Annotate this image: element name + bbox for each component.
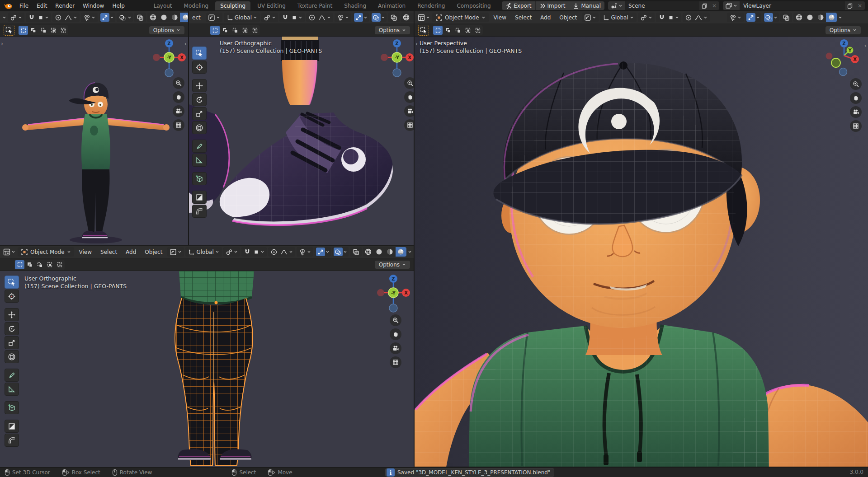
orientation-label[interactable]: Global — [195, 249, 214, 255]
menu-object[interactable]: Object — [141, 249, 166, 255]
snap-magnet-toggle[interactable] — [657, 13, 666, 22]
tab-shading[interactable]: Shading — [339, 1, 371, 10]
shading-solid-button[interactable] — [412, 13, 414, 22]
zoom-button[interactable] — [850, 78, 862, 90]
snap-target-button[interactable] — [9, 13, 23, 22]
perspective-toggle-button[interactable] — [850, 120, 862, 132]
scene-copy-button[interactable] — [699, 1, 709, 10]
nav-gizmo-slot[interactable]: Z Y X — [825, 37, 861, 79]
topbar-menu-window[interactable]: Window — [79, 1, 108, 10]
active-tool-dropdown[interactable] — [207, 13, 221, 22]
tab-sculpting[interactable]: Sculpting — [215, 1, 250, 10]
shading-solid-button[interactable] — [158, 13, 169, 22]
tool-rotate-button[interactable] — [5, 322, 19, 335]
mode-dropdown[interactable]: Object Mode — [432, 13, 489, 22]
tool-measure-button[interactable] — [5, 383, 19, 396]
select-invert-button[interactable] — [45, 260, 54, 269]
menu-select[interactable]: Select — [97, 249, 121, 255]
zoom-button[interactable] — [390, 314, 401, 326]
tab-animation[interactable]: Animation — [373, 1, 410, 10]
select-subtract-button[interactable] — [453, 26, 462, 35]
viewport-right-body[interactable]: › ‹ User Perspective (157) Scene Collect… — [415, 37, 868, 467]
import-button[interactable]: Import — [536, 1, 570, 10]
shading-wireframe-button[interactable] — [147, 13, 158, 22]
zoom-button[interactable] — [173, 77, 184, 89]
chevron-down-icon[interactable] — [838, 15, 842, 19]
menu-view[interactable]: View — [490, 14, 510, 21]
tab-layout[interactable]: Layout — [149, 1, 177, 10]
snap-magnet-toggle[interactable] — [281, 13, 290, 22]
camera-view-button[interactable] — [390, 342, 401, 354]
manual-button[interactable]: Manual — [569, 1, 604, 10]
select-extend-button[interactable] — [220, 26, 230, 35]
pan-button[interactable] — [404, 91, 414, 103]
tool-select-box-button[interactable] — [5, 276, 19, 289]
proportional-editing-toggle[interactable] — [684, 13, 693, 22]
tab-texture-paint[interactable]: Texture Paint — [292, 1, 337, 10]
tool-shear-button[interactable] — [192, 191, 207, 204]
select-subtract-button[interactable] — [38, 26, 48, 35]
shading-wireframe-button[interactable] — [363, 247, 374, 257]
snap-with-button[interactable] — [290, 13, 303, 22]
menu-select[interactable]: Select — [511, 14, 535, 21]
shading-material-button[interactable] — [385, 247, 396, 257]
tool-annotate-button[interactable] — [192, 140, 207, 153]
tool-move-button[interactable] — [192, 79, 207, 92]
options-button[interactable]: Options — [375, 26, 410, 34]
tool-add-cube-button[interactable] — [192, 172, 207, 185]
blender-logo-icon[interactable] — [4, 3, 13, 9]
snap-target-button[interactable] — [263, 13, 277, 22]
viewport-top-middle-body[interactable]: Z X -Y User Orthographic (157) Scene Col… — [189, 37, 414, 245]
snap-magnet-toggle[interactable] — [243, 248, 252, 256]
active-tool-dropdown[interactable] — [583, 13, 597, 22]
snap-with-button[interactable] — [37, 13, 50, 22]
falloff-button[interactable] — [63, 13, 78, 22]
active-tool-indicator[interactable] — [418, 25, 429, 36]
select-set-button[interactable] — [15, 260, 24, 269]
tab-modeling[interactable]: Modeling — [179, 1, 214, 10]
view-layer-copy-button[interactable] — [845, 1, 855, 10]
perspective-toggle-button[interactable] — [173, 119, 184, 131]
nav-gizmo-slot[interactable]: Z X -Y — [151, 37, 187, 79]
viewport-top-left-body[interactable]: › ‹ Z X -Y — [0, 37, 188, 245]
perspective-toggle-button[interactable] — [404, 119, 414, 131]
scene-browse-button[interactable] — [608, 1, 625, 10]
snap-with-button[interactable] — [667, 13, 680, 22]
tool-transform-button[interactable] — [5, 350, 19, 363]
shading-rendered-button[interactable] — [396, 247, 406, 257]
object-menu-partial[interactable]: ect — [191, 14, 204, 21]
select-subtract-button[interactable] — [35, 260, 44, 269]
options-button[interactable]: Options — [149, 26, 184, 34]
tool-add-arc-button[interactable] — [192, 205, 207, 218]
camera-view-button[interactable] — [404, 105, 414, 117]
nav-gizmo-slot[interactable]: Z X -Y — [379, 37, 414, 79]
tool-scale-button[interactable] — [192, 107, 207, 120]
select-set-button[interactable] — [210, 26, 220, 35]
perspective-toggle-button[interactable] — [390, 356, 401, 368]
menu-add[interactable]: Add — [122, 249, 140, 255]
gizmos-toggle[interactable] — [100, 13, 109, 22]
camera-view-button[interactable] — [173, 105, 184, 117]
tool-add-arc-button[interactable] — [5, 434, 19, 447]
select-extend-button[interactable] — [25, 260, 34, 269]
shading-rendered-button[interactable] — [180, 13, 188, 22]
xray-toggle[interactable] — [389, 13, 398, 22]
tool-measure-button[interactable] — [192, 154, 207, 167]
select-intersect-button[interactable] — [473, 26, 482, 35]
shading-solid-button[interactable] — [374, 247, 385, 257]
chevron-down-icon[interactable] — [408, 250, 412, 254]
tool-shear-button[interactable] — [5, 420, 19, 433]
falloff-button[interactable] — [279, 248, 294, 256]
view-layer-remove-button[interactable]: ✕ — [855, 1, 865, 10]
editor-type-button[interactable] — [2, 248, 16, 256]
gizmos-toggle[interactable] — [746, 13, 755, 22]
select-invert-button[interactable] — [240, 26, 250, 35]
snap-target-button[interactable] — [639, 13, 653, 22]
tool-annotate-button[interactable] — [5, 369, 19, 382]
tab-compositing[interactable]: Compositing — [452, 1, 495, 10]
tool-transform-button[interactable] — [192, 121, 207, 134]
pan-button[interactable] — [390, 328, 401, 340]
tool-cursor-button[interactable] — [192, 61, 207, 74]
tool-rotate-button[interactable] — [192, 93, 207, 106]
visibility-button[interactable] — [728, 13, 742, 22]
